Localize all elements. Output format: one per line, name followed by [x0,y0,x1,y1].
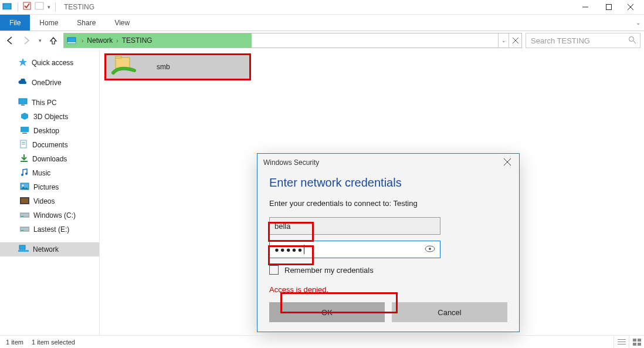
nav-recent-dropdown[interactable]: ▾ [36,34,43,47]
tree-this-pc[interactable]: ▸ This PC [0,96,99,110]
tree-pictures[interactable]: Pictures [0,180,99,194]
password-value: ●●●●● [274,245,303,254]
tree-network[interactable]: ▸ Network [0,242,99,256]
qat-checkbox-icon[interactable] [23,2,32,13]
tab-home[interactable]: Home [30,15,67,31]
pictures-icon [20,183,29,192]
search-input[interactable] [530,36,628,46]
share-item-smb[interactable]: smb [104,53,251,80]
view-details-button[interactable] [614,336,629,348]
maximize-button[interactable] [597,0,621,15]
share-item-label: smb [137,63,170,71]
close-button[interactable] [621,0,644,15]
breadcrumb-network[interactable]: Network [87,36,113,45]
ok-button[interactable]: OK [269,302,385,322]
remember-label: Remember my credentials [284,266,374,275]
tab-file[interactable]: File [0,15,30,31]
nav-tree: ▸ Quick access ▸ OneDrive ▸ This PC 3D O… [0,50,100,335]
svg-rect-33 [21,230,23,231]
tab-view[interactable]: View [105,15,139,31]
remember-checkbox[interactable] [269,265,279,275]
drive-icon [20,225,29,234]
tree-drive-e[interactable]: Lastest (E:) [0,222,99,236]
svg-rect-42 [618,339,626,340]
dialog-prompt: Enter your credentials to connect to: Te… [269,199,507,208]
minimize-button[interactable] [574,0,597,15]
view-large-icons-button[interactable] [629,336,644,348]
svg-rect-45 [633,339,636,342]
tree-downloads[interactable]: Downloads [0,152,99,166]
svg-point-24 [21,174,23,176]
qat-overflow-icon[interactable]: ▾ [48,4,50,10]
nav-back-button[interactable] [4,34,16,47]
tree-music[interactable]: Music [0,166,99,180]
svg-point-12 [629,36,634,41]
password-field[interactable]: ●●●●● [269,241,440,258]
svg-rect-46 [638,339,641,342]
chevron-right-icon[interactable]: › [79,38,86,44]
username-field[interactable]: bella [269,217,440,235]
tree-videos[interactable]: Videos [0,194,99,208]
svg-rect-9 [67,42,76,43]
svg-point-25 [25,173,28,175]
svg-rect-18 [21,127,29,132]
tree-label: Pictures [33,183,59,191]
tab-share[interactable]: Share [67,15,105,31]
tree-label: Lastest (E:) [33,225,69,234]
nav-row: ▾ › Network › TESTING ⌄ [0,31,644,50]
music-icon [20,168,28,179]
svg-rect-48 [638,343,641,346]
search-box[interactable] [526,33,640,48]
svg-rect-21 [22,142,25,143]
svg-rect-19 [22,133,27,134]
explorer-icon [2,2,13,12]
svg-point-27 [22,184,24,186]
tree-3d-objects[interactable]: 3D Objects [0,110,99,124]
svg-rect-47 [633,343,636,346]
tree-drive-c[interactable]: Windows (C:) [0,208,99,222]
svg-rect-44 [618,344,626,344]
tree-onedrive[interactable]: ▸ OneDrive [0,76,99,90]
svg-rect-31 [21,216,23,217]
tree-label: OneDrive [32,79,62,87]
onedrive-icon [18,79,28,87]
tree-desktop[interactable]: Desktop [0,124,99,138]
window-title: TESTING [60,3,94,11]
svg-rect-16 [21,104,25,106]
address-bar[interactable]: › Network › TESTING ⌄ [63,33,522,48]
svg-marker-17 [21,113,28,120]
tree-label: This PC [32,99,57,107]
ribbon-collapse-icon[interactable]: ⌄ [632,15,644,31]
chevron-right-icon[interactable]: › [114,38,120,44]
svg-point-41 [429,248,431,250]
dialog-title: Windows Security [263,158,319,167]
svg-rect-35 [18,250,29,252]
tree-label: Music [32,169,50,177]
ribbon-tabs: File Home Share View ⌄ [0,15,644,31]
cancel-button[interactable]: Cancel [392,302,507,322]
remember-row[interactable]: Remember my credentials [269,265,507,275]
breadcrumb-location[interactable]: TESTING [122,36,152,45]
stop-refresh-button[interactable] [509,33,521,48]
nav-up-button[interactable] [47,34,60,47]
tree-quick-access[interactable]: ▸ Quick access [0,56,99,70]
breadcrumb-root-icon[interactable] [66,36,78,45]
qat-dropdown-icon[interactable] [35,2,45,13]
svg-rect-1 [3,9,11,11]
svg-rect-37 [116,56,121,58]
error-message: Access is denied. [269,285,507,294]
svg-rect-0 [3,4,11,9]
downloads-icon [20,154,28,165]
reveal-password-icon[interactable] [425,245,435,255]
network-share-icon [111,55,137,79]
dialog-close-button[interactable] [501,156,513,170]
quick-access-icon [18,58,28,69]
nav-forward-button[interactable] [20,34,33,47]
svg-rect-22 [22,144,25,144]
tree-label: Downloads [32,155,67,163]
tree-label: Videos [33,197,55,205]
address-history-dropdown[interactable]: ⌄ [498,33,509,48]
tree-documents[interactable]: Documents [0,138,99,152]
credentials-dialog: Windows Security Enter network credentia… [257,153,520,332]
dialog-heading: Enter network credentials [269,176,507,190]
